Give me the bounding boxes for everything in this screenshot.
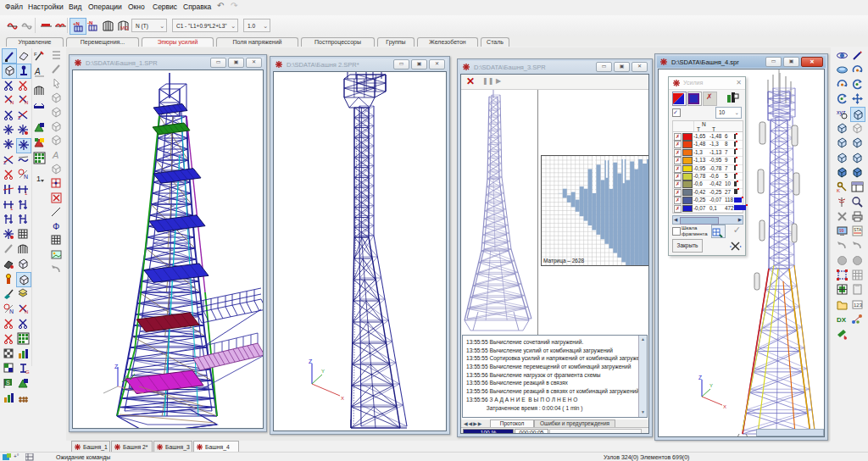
svg-text:xyz: xyz (837, 109, 846, 116)
svg-text:STA: STA (854, 227, 862, 232)
svg-text:N: N (25, 100, 28, 105)
svg-text:Y: Y (132, 368, 136, 373)
svg-text:N: N (10, 100, 14, 105)
svg-text:X: X (723, 404, 726, 409)
svg-text:+N: +N (73, 21, 80, 26)
svg-text:Y: Y (321, 369, 325, 374)
svg-text:Ф: Ф (53, 221, 59, 231)
svg-text:Матрица – 2628: Матрица – 2628 (543, 258, 585, 264)
svg-text:1: 1 (10, 206, 14, 211)
svg-text:99: 99 (839, 228, 844, 233)
svg-text:-N: -N (87, 20, 92, 25)
svg-text:123: 123 (854, 303, 863, 308)
svg-text:N: N (9, 308, 14, 314)
svg-text:K: K (837, 188, 840, 193)
svg-text:A: A (34, 67, 41, 76)
svg-text:1: 1 (25, 191, 28, 196)
svg-text:MQ: MQ (120, 25, 129, 31)
svg-text:F: F (34, 52, 37, 57)
svg-text:X: X (341, 396, 344, 401)
svg-text:S: S (6, 380, 10, 386)
svg-text:Z: Z (114, 364, 119, 369)
svg-text:DX: DX (837, 316, 847, 324)
svg-text:N: N (25, 309, 28, 314)
svg-text:Y: Y (709, 383, 713, 388)
svg-text:1: 1 (36, 175, 41, 183)
svg-text:N: N (24, 174, 28, 180)
svg-text:G: G (25, 369, 30, 375)
svg-text:Z: Z (309, 358, 313, 364)
svg-text:A: A (52, 150, 58, 160)
svg-text:Z: Z (698, 375, 702, 380)
